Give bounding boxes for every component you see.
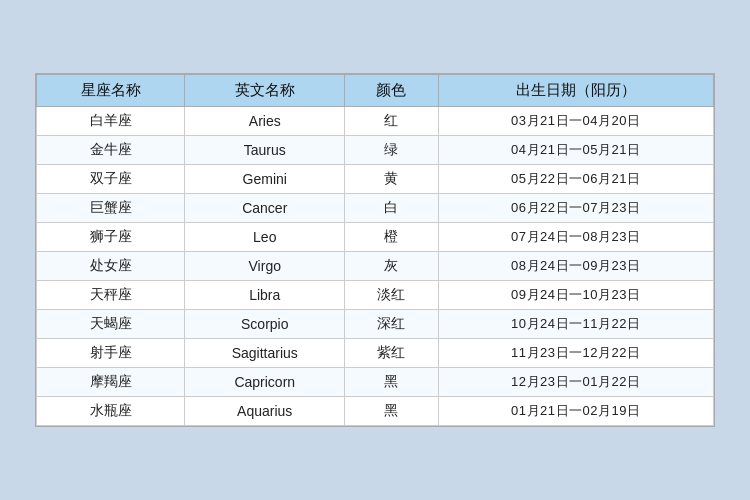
- header-dates: 出生日期（阳历）: [438, 75, 713, 107]
- table-row: 摩羯座Capricorn黑12月23日一01月22日: [37, 368, 714, 397]
- cell-chinese-name: 巨蟹座: [37, 194, 185, 223]
- cell-dates: 07月24日一08月23日: [438, 223, 713, 252]
- table-row: 处女座Virgo灰08月24日一09月23日: [37, 252, 714, 281]
- cell-dates: 03月21日一04月20日: [438, 107, 713, 136]
- cell-dates: 06月22日一07月23日: [438, 194, 713, 223]
- cell-english-name: Taurus: [185, 136, 345, 165]
- table-body: 白羊座Aries红03月21日一04月20日金牛座Taurus绿04月21日一0…: [37, 107, 714, 426]
- cell-english-name: Leo: [185, 223, 345, 252]
- cell-color: 紫红: [345, 339, 438, 368]
- cell-chinese-name: 双子座: [37, 165, 185, 194]
- cell-english-name: Gemini: [185, 165, 345, 194]
- table-row: 天秤座Libra淡红09月24日一10月23日: [37, 281, 714, 310]
- cell-chinese-name: 射手座: [37, 339, 185, 368]
- cell-color: 橙: [345, 223, 438, 252]
- table-header-row: 星座名称 英文名称 颜色 出生日期（阳历）: [37, 75, 714, 107]
- cell-color: 红: [345, 107, 438, 136]
- table-row: 双子座Gemini黄05月22日一06月21日: [37, 165, 714, 194]
- table-row: 白羊座Aries红03月21日一04月20日: [37, 107, 714, 136]
- cell-english-name: Virgo: [185, 252, 345, 281]
- cell-dates: 09月24日一10月23日: [438, 281, 713, 310]
- cell-color: 淡红: [345, 281, 438, 310]
- cell-color: 灰: [345, 252, 438, 281]
- cell-chinese-name: 天秤座: [37, 281, 185, 310]
- cell-chinese-name: 处女座: [37, 252, 185, 281]
- cell-chinese-name: 摩羯座: [37, 368, 185, 397]
- zodiac-table: 星座名称 英文名称 颜色 出生日期（阳历） 白羊座Aries红03月21日一04…: [36, 74, 714, 426]
- cell-dates: 11月23日一12月22日: [438, 339, 713, 368]
- cell-chinese-name: 狮子座: [37, 223, 185, 252]
- table-row: 狮子座Leo橙07月24日一08月23日: [37, 223, 714, 252]
- cell-dates: 08月24日一09月23日: [438, 252, 713, 281]
- cell-color: 黄: [345, 165, 438, 194]
- cell-dates: 01月21日一02月19日: [438, 397, 713, 426]
- cell-english-name: Capricorn: [185, 368, 345, 397]
- cell-color: 绿: [345, 136, 438, 165]
- zodiac-table-container: 星座名称 英文名称 颜色 出生日期（阳历） 白羊座Aries红03月21日一04…: [35, 73, 715, 427]
- cell-chinese-name: 白羊座: [37, 107, 185, 136]
- header-color: 颜色: [345, 75, 438, 107]
- cell-english-name: Scorpio: [185, 310, 345, 339]
- cell-dates: 12月23日一01月22日: [438, 368, 713, 397]
- cell-dates: 04月21日一05月21日: [438, 136, 713, 165]
- header-english-name: 英文名称: [185, 75, 345, 107]
- cell-color: 深红: [345, 310, 438, 339]
- cell-dates: 05月22日一06月21日: [438, 165, 713, 194]
- header-chinese-name: 星座名称: [37, 75, 185, 107]
- cell-dates: 10月24日一11月22日: [438, 310, 713, 339]
- table-row: 巨蟹座Cancer白06月22日一07月23日: [37, 194, 714, 223]
- cell-english-name: Libra: [185, 281, 345, 310]
- cell-chinese-name: 水瓶座: [37, 397, 185, 426]
- table-row: 水瓶座Aquarius黑01月21日一02月19日: [37, 397, 714, 426]
- cell-color: 黑: [345, 368, 438, 397]
- cell-english-name: Aquarius: [185, 397, 345, 426]
- cell-english-name: Aries: [185, 107, 345, 136]
- table-row: 天蝎座Scorpio深红10月24日一11月22日: [37, 310, 714, 339]
- table-row: 射手座Sagittarius紫红11月23日一12月22日: [37, 339, 714, 368]
- cell-english-name: Sagittarius: [185, 339, 345, 368]
- cell-color: 白: [345, 194, 438, 223]
- cell-color: 黑: [345, 397, 438, 426]
- cell-chinese-name: 金牛座: [37, 136, 185, 165]
- cell-chinese-name: 天蝎座: [37, 310, 185, 339]
- table-row: 金牛座Taurus绿04月21日一05月21日: [37, 136, 714, 165]
- cell-english-name: Cancer: [185, 194, 345, 223]
